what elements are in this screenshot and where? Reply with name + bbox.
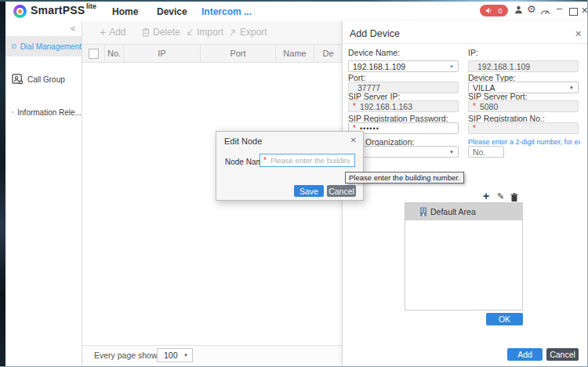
tree-add-icon[interactable]: + bbox=[483, 190, 489, 202]
app-name-suffix: lite bbox=[86, 2, 96, 10]
ok-button[interactable]: OK bbox=[486, 313, 523, 325]
sidebar-item-label: Information Rele... bbox=[17, 108, 82, 117]
sidebar-item-label: Call Group bbox=[27, 75, 65, 84]
add-label: Add bbox=[109, 27, 125, 38]
settings-gear-icon[interactable]: ⚙ bbox=[527, 4, 536, 15]
no-input[interactable] bbox=[468, 146, 504, 158]
sip-server-ip-value: 192.168.1.163 bbox=[360, 102, 412, 111]
required-asterisk: * bbox=[353, 103, 356, 111]
page-size-label: Every page shows bbox=[94, 351, 162, 360]
sidebar-item-information-release[interactable]: Information Rele... bbox=[5, 102, 82, 122]
add-device-toolbar-button[interactable]: + Add bbox=[100, 27, 126, 38]
col-port: Port bbox=[201, 45, 276, 62]
smartpss-logo-icon bbox=[13, 5, 27, 18]
title-bar: SmartPSS lite Home Device Intercom ... 0… bbox=[5, 2, 588, 22]
maximize-button[interactable] bbox=[569, 8, 578, 16]
ip-label: IP: bbox=[468, 48, 478, 57]
sip-server-ip-field: * 192.168.1.163 bbox=[348, 100, 459, 112]
sip-no-field: * bbox=[468, 122, 579, 134]
plus-icon: + bbox=[100, 27, 106, 38]
required-asterisk: * bbox=[263, 156, 267, 165]
device-type-value: VILLA bbox=[473, 83, 495, 93]
tab-intercom[interactable]: Intercom ... bbox=[201, 6, 252, 17]
required-asterisk: * bbox=[473, 125, 476, 133]
col-no: No. bbox=[105, 45, 124, 62]
export-label: Export bbox=[240, 27, 267, 38]
sip-server-port-value: 5080 bbox=[480, 102, 498, 111]
cancel-button[interactable]: Cancel bbox=[546, 348, 579, 361]
sidebar-item-call-group[interactable]: Call Group bbox=[5, 69, 82, 89]
chevron-down-icon: ▼ bbox=[449, 64, 454, 69]
device-table-header: No. IP Port Name De bbox=[82, 45, 342, 63]
minimize-button[interactable]: – bbox=[557, 3, 562, 14]
save-button[interactable]: Save bbox=[294, 185, 324, 197]
import-label: Import bbox=[197, 27, 223, 38]
export-icon bbox=[229, 28, 237, 37]
tree-edit-pencil-icon[interactable]: ✎ bbox=[497, 191, 504, 202]
add-button[interactable]: Add bbox=[507, 348, 543, 361]
device-name-value: 192.168.1.109 bbox=[353, 62, 405, 71]
col-ip: IP bbox=[124, 45, 201, 62]
select-all-cell bbox=[82, 45, 105, 62]
tab-device[interactable]: Device bbox=[157, 6, 187, 17]
delete-toolbar-button[interactable]: Delete bbox=[142, 27, 180, 38]
import-icon bbox=[186, 28, 194, 37]
desktop-background-strip bbox=[0, 0, 5, 367]
user-icon[interactable] bbox=[514, 5, 524, 17]
smartpss-window: SmartPSS lite Home Device Intercom ... 0… bbox=[0, 0, 588, 367]
tab-home[interactable]: Home bbox=[112, 6, 138, 17]
col-desc: De bbox=[314, 45, 342, 62]
information-release-icon bbox=[12, 107, 13, 118]
app-name: SmartPSS bbox=[31, 4, 85, 16]
dial-management-icon bbox=[12, 41, 16, 52]
building-icon bbox=[419, 207, 427, 216]
ip-value: 192.168.1.109 bbox=[477, 62, 530, 71]
dialog-title: Edit Node bbox=[224, 136, 262, 146]
import-toolbar-button[interactable]: Import bbox=[186, 27, 223, 38]
device-name-label: Device Name: bbox=[348, 48, 400, 57]
performance-gauge-icon[interactable] bbox=[540, 6, 550, 17]
panel-divider bbox=[342, 43, 588, 44]
device-name-select[interactable]: 192.168.1.109 ▼ bbox=[348, 60, 459, 72]
trash-icon bbox=[142, 27, 150, 37]
alarm-notification-badge[interactable]: 0 bbox=[480, 5, 508, 16]
sidebar-item-dial-management[interactable]: Dial Management bbox=[5, 36, 82, 56]
close-window-button[interactable]: ✕ bbox=[581, 5, 588, 16]
sidebar-item-label: Dial Management bbox=[20, 42, 82, 51]
dialog-close-icon[interactable]: ✕ bbox=[350, 136, 357, 144]
sip-password-input[interactable]: * •••••• bbox=[348, 122, 459, 134]
col-name: Name bbox=[276, 45, 314, 62]
page-size-select[interactable]: 100 ▼ bbox=[157, 348, 193, 362]
port-value: 37777 bbox=[358, 83, 380, 93]
chevron-down-icon: ▼ bbox=[449, 150, 454, 154]
tooltip: Please enter the building number. bbox=[345, 172, 464, 184]
sip-server-port-field: * 5080 bbox=[468, 100, 579, 112]
chevron-down-icon: ▼ bbox=[569, 85, 574, 90]
delete-label: Delete bbox=[153, 27, 180, 38]
node-name-input-wrap: * bbox=[260, 154, 355, 167]
ip-field: 192.168.1.109 bbox=[468, 60, 579, 72]
add-device-panel bbox=[342, 21, 588, 367]
panel-close-icon[interactable]: ✕ bbox=[575, 29, 582, 39]
page-size-value: 100 bbox=[164, 351, 178, 360]
call-group-icon bbox=[12, 74, 24, 85]
chevron-down-icon: ▼ bbox=[183, 353, 188, 358]
panel-title: Add Device bbox=[350, 28, 400, 39]
device-table-body-empty bbox=[82, 63, 342, 345]
export-toolbar-button[interactable]: Export bbox=[229, 27, 267, 38]
sidebar-collapse-button[interactable]: < bbox=[71, 24, 75, 33]
select-all-checkbox[interactable] bbox=[89, 49, 99, 59]
organization-select[interactable]: ▼ bbox=[348, 146, 459, 158]
tree-node-default-area[interactable]: Default Area bbox=[405, 203, 522, 220]
node-name-input[interactable] bbox=[269, 155, 351, 165]
notification-count: 0 bbox=[498, 7, 502, 15]
tree-node-label: Default Area bbox=[430, 207, 476, 216]
required-asterisk: * bbox=[473, 103, 476, 111]
speaker-icon bbox=[485, 7, 492, 14]
dialog-cancel-button[interactable]: Cancel bbox=[327, 185, 356, 197]
number-format-hint: Please enter a 2-digit number, for exam.… bbox=[468, 138, 580, 146]
